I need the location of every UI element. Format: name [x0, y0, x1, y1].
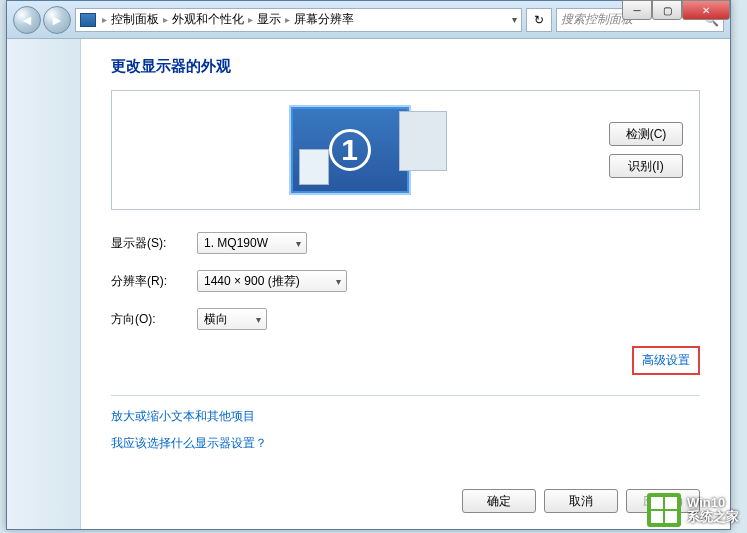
advanced-settings-highlight: 高级设置 [632, 346, 700, 375]
watermark-logo-icon [647, 493, 681, 527]
orientation-value: 横向 [204, 311, 228, 328]
watermark-line2: 系统之家 [687, 510, 739, 524]
detect-button[interactable]: 检测(C) [609, 122, 683, 146]
orientation-dropdown[interactable]: 横向 [197, 308, 267, 330]
minimize-button[interactable]: ─ [622, 0, 652, 20]
resolution-value: 1440 × 900 (推荐) [204, 273, 300, 290]
breadcrumb-display[interactable]: 显示 [257, 11, 281, 28]
watermark: Win10 系统之家 [647, 493, 739, 527]
which-display-link[interactable]: 我应该选择什么显示器设置？ [111, 435, 700, 452]
close-button[interactable]: ✕ [682, 0, 730, 20]
refresh-icon: ↻ [534, 13, 544, 27]
dropdown-icon[interactable]: ▾ [512, 14, 517, 25]
monitor-thumbnail-icon [299, 149, 329, 185]
content-area: 更改显示器的外观 1 检测(C) 识别(I) 显示器(S): 1. MQ [7, 39, 730, 529]
watermark-line1: Win10 [687, 496, 739, 510]
main-panel: 更改显示器的外观 1 检测(C) 识别(I) 显示器(S): 1. MQ [81, 39, 730, 529]
forward-button[interactable]: ► [43, 6, 71, 34]
breadcrumb-bar[interactable]: ▸ 控制面板 ▸ 外观和个性化 ▸ 显示 ▸ 屏幕分辨率 ▾ [75, 8, 522, 32]
breadcrumb-control-panel[interactable]: 控制面板 [111, 11, 159, 28]
orientation-row: 方向(O): 横向 [111, 308, 700, 330]
monitor-1[interactable]: 1 [291, 107, 409, 193]
resolution-dropdown[interactable]: 1440 × 900 (推荐) [197, 270, 347, 292]
display-preview: 1 检测(C) 识别(I) [111, 90, 700, 210]
display-value: 1. MQ190W [204, 236, 268, 250]
sidebar [7, 39, 81, 529]
advanced-settings-link[interactable]: 高级设置 [642, 352, 690, 369]
control-panel-icon [80, 13, 96, 27]
cancel-button[interactable]: 取消 [544, 489, 618, 513]
refresh-button[interactable]: ↻ [526, 8, 552, 32]
monitor-secondary[interactable] [399, 111, 447, 171]
ok-button[interactable]: 确定 [462, 489, 536, 513]
chevron-right-icon: ▸ [283, 14, 292, 25]
nav-buttons: ◄ ► [13, 6, 71, 34]
back-icon: ◄ [20, 12, 34, 28]
display-label: 显示器(S): [111, 235, 179, 252]
divider [111, 395, 700, 396]
control-panel-window: ─ ▢ ✕ ◄ ► ▸ 控制面板 ▸ 外观和个性化 ▸ 显示 ▸ 屏幕分辨率 ▾ [6, 0, 731, 530]
display-row: 显示器(S): 1. MQ190W [111, 232, 700, 254]
back-button[interactable]: ◄ [13, 6, 41, 34]
breadcrumb-resolution[interactable]: 屏幕分辨率 [294, 11, 354, 28]
links-section: 高级设置 放大或缩小文本和其他项目 我应该选择什么显示器设置？ [111, 346, 700, 452]
chevron-right-icon: ▸ [100, 14, 109, 25]
maximize-button[interactable]: ▢ [652, 0, 682, 20]
enlarge-text-link[interactable]: 放大或缩小文本和其他项目 [111, 408, 700, 425]
breadcrumb-appearance[interactable]: 外观和个性化 [172, 11, 244, 28]
orientation-label: 方向(O): [111, 311, 179, 328]
chevron-right-icon: ▸ [161, 14, 170, 25]
chevron-right-icon: ▸ [246, 14, 255, 25]
display-dropdown[interactable]: 1. MQ190W [197, 232, 307, 254]
forward-icon: ► [50, 12, 64, 28]
resolution-row: 分辨率(R): 1440 × 900 (推荐) [111, 270, 700, 292]
monitor-arrangement[interactable]: 1 [128, 107, 609, 193]
identify-button[interactable]: 识别(I) [609, 154, 683, 178]
monitor-number: 1 [329, 129, 371, 171]
watermark-text: Win10 系统之家 [687, 496, 739, 525]
resolution-label: 分辨率(R): [111, 273, 179, 290]
window-controls: ─ ▢ ✕ [622, 0, 730, 20]
page-title: 更改显示器的外观 [111, 57, 700, 76]
preview-buttons: 检测(C) 识别(I) [609, 122, 683, 178]
